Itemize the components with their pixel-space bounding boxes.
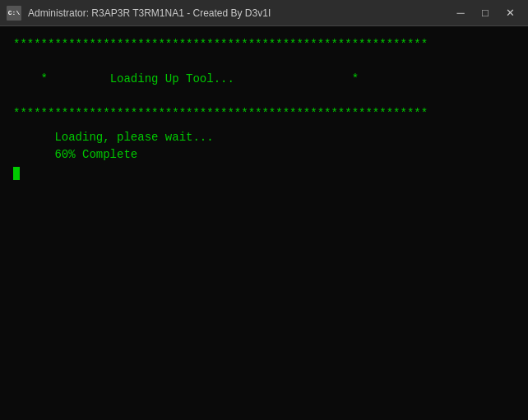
title-bar: C:\ Administrator: R3AP3R T3RM1NA1 - Cre… <box>0 0 528 26</box>
console-body: ****************************************… <box>0 26 528 420</box>
close-button[interactable]: ✕ <box>498 4 521 22</box>
progress-line: 60% Complete <box>13 146 515 164</box>
maximize-button[interactable]: □ <box>474 4 497 22</box>
header-prefix: * <box>41 72 48 85</box>
status-line: Loading, please wait... <box>13 129 515 146</box>
header-line: * Loading Up Tool... * <box>13 53 515 105</box>
minimize-button[interactable]: ─ <box>449 4 472 22</box>
cursor-line <box>13 167 515 180</box>
header-suffix: * <box>296 72 359 85</box>
border-bottom: ****************************************… <box>13 105 515 122</box>
cursor-blink <box>13 167 20 180</box>
window-title: Administrator: R3AP3R T3RM1NA1 - Created… <box>28 7 271 19</box>
header-content: Loading Up Tool... <box>48 72 296 85</box>
window-controls: ─ □ ✕ <box>449 4 521 22</box>
title-bar-left: C:\ Administrator: R3AP3R T3RM1NA1 - Cre… <box>7 6 271 21</box>
console-icon: C:\ <box>7 6 21 21</box>
border-top: ****************************************… <box>13 36 515 53</box>
